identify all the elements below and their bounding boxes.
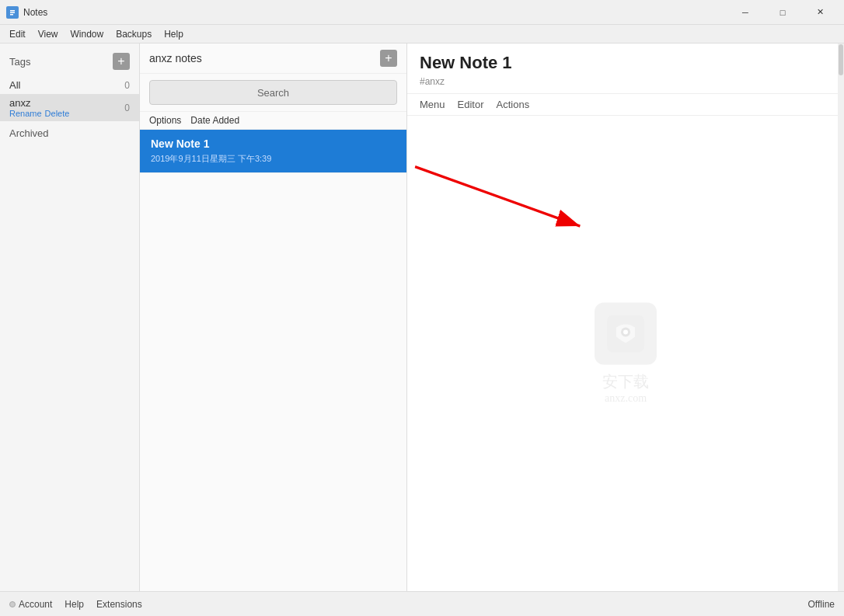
menu-bar: Edit View Window Backups Help: [0, 25, 844, 44]
note-item-date: 2019年9月11日星期三 下午3:39: [151, 153, 396, 165]
note-content-header: New Note 1 #anxz: [407, 44, 844, 94]
help-button[interactable]: Help: [65, 599, 84, 610]
svg-rect-2: [10, 12, 15, 13]
maximize-button[interactable]: □: [765, 0, 800, 25]
search-bar-container: Search: [140, 74, 406, 112]
menu-help[interactable]: Help: [158, 27, 190, 41]
scrollbar[interactable]: [838, 44, 844, 591]
watermark: 安下载 anxz.com: [595, 303, 657, 405]
bottom-bar-left: Account Help Extensions: [9, 599, 142, 610]
svg-rect-4: [607, 315, 644, 353]
notes-panel: anxz notes + Search Options Date Added N…: [140, 44, 407, 591]
svg-line-8: [415, 167, 580, 226]
app-icon: [6, 6, 19, 19]
menu-view[interactable]: View: [32, 27, 65, 41]
sort-options[interactable]: Options: [149, 115, 181, 126]
delete-link[interactable]: Delete: [45, 109, 70, 118]
search-input[interactable]: Search: [149, 80, 397, 105]
note-toolbar: Menu Editor Actions: [407, 94, 844, 116]
archived-label[interactable]: Archived: [0, 121, 139, 142]
minimize-button[interactable]: ─: [727, 0, 763, 25]
anxz-tag-count: 0: [124, 103, 130, 113]
sidebar-item-all[interactable]: All 0: [0, 76, 139, 94]
tag-actions: Rename Delete: [9, 109, 69, 118]
search-placeholder: Search: [257, 87, 289, 99]
note-tag: #anxz: [420, 76, 832, 87]
sidebar: Tags + All 0 anxz Rename Delete 0 Archiv…: [0, 44, 140, 591]
status-text: Offline: [808, 599, 835, 610]
toolbar-menu[interactable]: Menu: [420, 99, 445, 110]
sort-date-added[interactable]: Date Added: [190, 115, 239, 126]
menu-window[interactable]: Window: [64, 27, 110, 41]
notes-list: New Note 1 2019年9月11日星期三 下午3:39: [140, 130, 406, 591]
menu-edit[interactable]: Edit: [3, 27, 32, 41]
account-label: Account: [19, 599, 52, 610]
anxz-tag-info: anxz Rename Delete: [9, 97, 69, 118]
svg-point-5: [621, 328, 630, 337]
sidebar-item-anxz[interactable]: anxz Rename Delete 0: [0, 94, 139, 121]
note-content-panel: New Note 1 #anxz Menu Editor Actions 安下载: [407, 44, 844, 591]
watermark-subtext: anxz.com: [605, 392, 647, 405]
add-tag-button[interactable]: +: [113, 53, 130, 70]
rename-link[interactable]: Rename: [9, 109, 42, 118]
notes-panel-header: anxz notes +: [140, 44, 406, 74]
anxz-tag-name: anxz: [9, 97, 69, 109]
scrollbar-thumb[interactable]: [839, 44, 843, 75]
main-content: Tags + All 0 anxz Rename Delete 0 Archiv…: [0, 44, 844, 591]
tags-label: Tags: [9, 56, 30, 68]
window-controls: ─ □ ✕: [727, 0, 838, 25]
title-bar: Notes ─ □ ✕: [0, 0, 844, 25]
toolbar-actions[interactable]: Actions: [497, 99, 530, 110]
tags-header: Tags +: [0, 50, 139, 76]
account-button[interactable]: Account: [9, 599, 52, 610]
extensions-button[interactable]: Extensions: [96, 599, 142, 610]
toolbar-editor[interactable]: Editor: [458, 99, 484, 110]
svg-rect-3: [10, 14, 13, 16]
status-dot: [9, 601, 16, 607]
menu-backups[interactable]: Backups: [110, 27, 158, 41]
bottom-bar: Account Help Extensions Offline: [0, 591, 844, 616]
watermark-icon: [595, 303, 657, 365]
notes-panel-title: anxz notes: [149, 52, 202, 64]
svg-point-6: [623, 330, 628, 335]
note-title: New Note 1: [420, 53, 832, 73]
watermark-text: 安下载: [602, 371, 649, 392]
add-note-button[interactable]: +: [380, 50, 397, 67]
close-button[interactable]: ✕: [802, 0, 838, 25]
note-body[interactable]: 安下载 anxz.com: [407, 116, 844, 591]
note-item-title: New Note 1: [151, 137, 396, 150]
arrow-annotation: [407, 116, 844, 591]
all-tag-count: 0: [124, 80, 130, 91]
all-tag-label: All: [9, 79, 20, 91]
sort-bar: Options Date Added: [140, 112, 406, 130]
svg-rect-1: [10, 10, 15, 12]
note-item[interactable]: New Note 1 2019年9月11日星期三 下午3:39: [140, 130, 406, 173]
app-title: Notes: [23, 7, 727, 18]
